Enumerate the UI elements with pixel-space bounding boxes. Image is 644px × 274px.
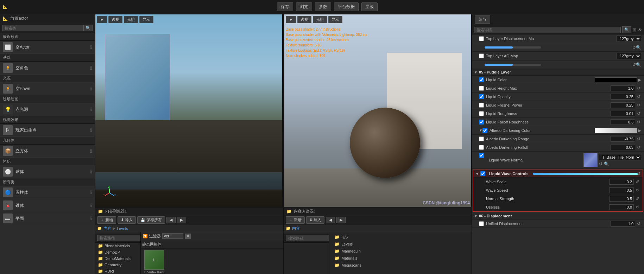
rp-search-input[interactable] (474, 27, 621, 33)
liquid-roughness-reset[interactable]: ↺ (636, 111, 641, 116)
top-layer-ao-dropdown[interactable]: 127grey (617, 53, 641, 59)
actor-item-sphere[interactable]: ⚪ 球体 ℹ (0, 165, 95, 178)
liquid-fresnel-reset[interactable]: ↺ (636, 103, 641, 108)
liquid-opacity-input[interactable] (611, 94, 635, 100)
albedo-falloff-input[interactable] (611, 145, 635, 150)
cb2-forward-button[interactable]: ▶ (336, 217, 346, 223)
wave-controls-checkbox[interactable] (480, 171, 485, 176)
texture-search-btn[interactable]: 🔍 (604, 161, 609, 166)
actor-item-empty-pawn[interactable]: 🧍 空Pawn ℹ (0, 82, 95, 95)
displacement-section-header[interactable]: ▼ 06 - Displacement (472, 213, 644, 219)
liquid-roughness-checkbox[interactable] (479, 111, 484, 116)
cb2-folder-materials[interactable]: 📁 Materials (332, 255, 469, 262)
actor-item-empty-actor[interactable]: ⬜ 空Actor ℹ (0, 41, 95, 54)
albedo-darkening-color-checkbox[interactable] (482, 128, 487, 133)
cb1-forward-button[interactable]: ▶ (177, 217, 186, 223)
albedo-color-expand[interactable]: ▶ (638, 128, 641, 133)
cb1-folder-hdri[interactable]: 📁 HDRI (95, 268, 140, 274)
search-input[interactable] (2, 25, 83, 31)
right-vp-lighting[interactable]: 光照 (313, 16, 327, 23)
cb2-folder-mannequin[interactable]: 📁 Mannequin (332, 248, 469, 255)
wave-scale-input[interactable] (609, 179, 634, 185)
albedo-falloff-checkbox[interactable] (479, 145, 484, 150)
useless-input[interactable] (609, 204, 634, 210)
liquid-falloff-checkbox[interactable] (479, 120, 484, 125)
albedo-range-reset[interactable]: ↺ (636, 136, 641, 141)
texture-navigate-btn[interactable]: ↺ (599, 161, 602, 166)
unified-disp-checkbox[interactable] (479, 221, 484, 226)
liquid-wave-normal-thumb[interactable] (583, 153, 598, 167)
normal-strength-input[interactable] (609, 196, 634, 202)
liquid-falloff-reset[interactable]: ↺ (636, 120, 641, 125)
left-vp-show[interactable]: 显示 (139, 16, 153, 23)
cb2-import-button[interactable]: ⬇ 导入 (306, 216, 324, 224)
save-button[interactable]: 保存 (277, 2, 293, 11)
cb2-new-button[interactable]: ＋ 新增 (286, 216, 305, 224)
unified-disp-reset[interactable]: ↺ (636, 221, 641, 226)
cb2-folder-megascans[interactable]: 📁 Megascans (332, 262, 469, 269)
liquid-wave-normal-checkbox[interactable] (479, 153, 484, 158)
left-vp-perspective[interactable]: 透视 (108, 16, 122, 23)
cb1-asset-vertex-painting[interactable]: L L_Vertex Painting (144, 250, 165, 274)
wave-speed-reset[interactable]: ↺ (635, 188, 640, 193)
albedo-range-input[interactable] (611, 136, 635, 142)
liquid-opacity-checkbox[interactable] (479, 94, 484, 99)
albedo-color-swatch[interactable] (595, 128, 637, 133)
wave-normal-texture-dropdown[interactable]: T_Base_Tile_Normal (599, 154, 641, 160)
normal-strength-reset[interactable]: ↺ (635, 196, 640, 201)
filter-input[interactable] (162, 233, 183, 239)
top-layer-disp-checkbox[interactable] (479, 36, 484, 41)
right-viewport-content[interactable]: Base pass shader: 277 instructions Base … (284, 14, 471, 207)
top-layer-disp-dropdown[interactable]: 127grey (617, 36, 641, 42)
search-icon-button[interactable]: 🔍 (83, 25, 93, 31)
actor-item-cylinder[interactable]: 🔵 圆柱体 ℹ (0, 186, 95, 199)
right-vp-perspective[interactable]: 透视 (297, 16, 311, 23)
top-layer-ao-checkbox[interactable] (479, 53, 484, 58)
liquid-roughness-input[interactable] (611, 111, 635, 116)
actor-item-cone[interactable]: 🔺 锥体 ℹ (0, 199, 95, 212)
puddle-layer-section-header[interactable]: ▼ 05 - Puddle Layer (472, 69, 644, 76)
actor-item-empty-char[interactable]: 🧍 空角色 ℹ (0, 62, 95, 75)
wave-speed-input[interactable] (609, 187, 634, 193)
right-vp-dropdown[interactable]: ▼ (286, 16, 296, 23)
rp-search-btn[interactable]: 🔍 (622, 26, 631, 33)
platform-data-button[interactable]: 平台数据 (334, 2, 359, 11)
top-layer-disp-lock[interactable]: 🔍 (636, 45, 641, 50)
liquid-color-checkbox[interactable] (479, 77, 484, 82)
albedo-falloff-reset[interactable]: ↺ (636, 145, 641, 150)
cb2-back-button[interactable]: ◀ (326, 217, 335, 223)
liquid-opacity-reset[interactable]: ↺ (636, 94, 641, 99)
wave-controls-reset[interactable]: ↺ (637, 171, 640, 176)
liquid-height-checkbox[interactable] (479, 86, 484, 91)
top-layer-ao-reset[interactable]: ↺ (632, 62, 636, 67)
right-vp-show[interactable]: 显示 (328, 16, 342, 23)
cb1-path-levels[interactable]: Levels (117, 227, 128, 231)
liquid-fresnel-input[interactable] (611, 102, 635, 108)
left-vp-dropdown[interactable]: ▼ (97, 16, 107, 23)
cb2-search-input[interactable] (286, 235, 329, 241)
actor-item-cube[interactable]: 📦 立方体 ℹ (0, 145, 95, 158)
liquid-color-expand[interactable]: ▶ (638, 77, 641, 82)
liquid-falloff-input[interactable] (611, 119, 635, 125)
unified-disp-input[interactable] (611, 221, 635, 227)
liquid-height-reset[interactable]: ↺ (636, 86, 641, 91)
liquid-fresnel-checkbox[interactable] (479, 103, 484, 108)
top-layer-ao-slider[interactable] (485, 64, 541, 66)
actor-item-point-light[interactable]: 💡 点光源 ℹ (0, 103, 95, 116)
levels-button[interactable]: 层级 (361, 2, 378, 11)
params-button[interactable]: 参数 (315, 2, 331, 11)
top-layer-disp-slider[interactable] (485, 46, 541, 49)
cb1-new-button[interactable]: ＋ 新增 (97, 216, 116, 224)
liquid-height-input[interactable] (611, 85, 635, 91)
cb1-folder-geometry[interactable]: 📁 Geometry (95, 262, 140, 268)
wave-scale-reset[interactable]: ↺ (635, 179, 640, 184)
albedo-range-checkbox[interactable] (479, 136, 484, 141)
wave-controls-header[interactable]: ▼ Liquid Wave Controls ↺ (473, 170, 643, 178)
cb1-import-button[interactable]: ⬇ 导入 (118, 216, 136, 224)
cb1-folder-demo-mat[interactable]: 📁 DemoMaterials (95, 255, 140, 262)
cb1-folder-demo-bp[interactable]: 📁 DemoBP (95, 249, 140, 255)
cb1-back-button[interactable]: ◀ (166, 217, 176, 223)
cb1-save-all-button[interactable]: 💾 保存所有 (137, 216, 165, 224)
cb2-folder-levels[interactable]: 📁 Levels (332, 241, 469, 248)
cb1-path-content[interactable]: 内容 (103, 226, 111, 231)
